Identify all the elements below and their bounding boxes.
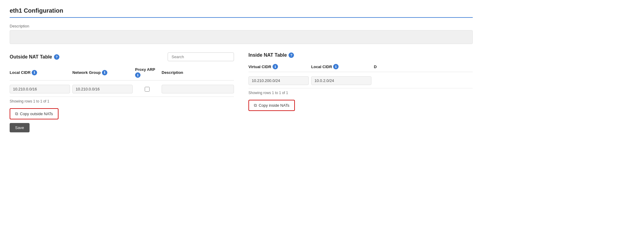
inside-nat-info-icon[interactable]: ? xyxy=(289,52,294,58)
outside-nat-proxy-arp-checkbox[interactable] xyxy=(145,87,150,92)
col-virtual-cidr: Virtual CIDR ℹ xyxy=(248,64,309,69)
table-row xyxy=(248,73,473,88)
col-proxy-arp: Proxy ARP ℹ xyxy=(135,67,159,78)
inside-nat-section: Inside NAT Table ? Virtual CIDR ℹ Local … xyxy=(248,52,473,132)
description-label: Description xyxy=(10,24,473,28)
inside-nat-rows-info: Showing rows 1 to 1 of 1 xyxy=(248,91,473,95)
outside-nat-section: Outside NAT Table ? Local CIDR ℹ Network… xyxy=(10,52,234,132)
outside-nat-info-icon[interactable]: ? xyxy=(54,54,59,60)
outside-nat-rows-info: Showing rows 1 to 1 of 1 xyxy=(10,99,234,103)
save-button[interactable]: Save xyxy=(10,123,30,132)
inside-nat-col-headers: Virtual CIDR ℹ Local CIDR ℹ D xyxy=(248,62,473,72)
col-inside-local-cidr: Local CIDR ℹ xyxy=(311,64,371,69)
inside-nat-local-cidr-input[interactable] xyxy=(311,76,371,85)
col-description: Description xyxy=(162,67,234,78)
col-local-cidr: Local CIDR ℹ xyxy=(10,67,70,78)
inside-nat-virtual-cidr-input[interactable] xyxy=(248,76,309,85)
inside-nat-title: Inside NAT Table ? xyxy=(248,52,294,58)
outside-nat-title: Outside NAT Table ? xyxy=(10,54,59,60)
outside-nat-local-cidr-input[interactable] xyxy=(10,85,70,93)
copy-outside-nats-icon: ⧉ xyxy=(15,111,18,116)
proxy-arp-info-icon[interactable]: ℹ xyxy=(135,72,140,78)
copy-inside-nats-button[interactable]: ⧉ Copy inside NATs xyxy=(248,100,295,111)
col-network-group: Network Group ℹ xyxy=(72,67,133,78)
outside-nat-col-headers: Local CIDR ℹ Network Group ℹ Proxy ARP ℹ… xyxy=(10,65,234,80)
description-input[interactable] xyxy=(10,30,473,44)
page-title: eth1 Configuration xyxy=(10,7,473,18)
outside-nat-proxy-arp-cell xyxy=(135,87,159,92)
inside-local-cidr-info-icon[interactable]: ℹ xyxy=(333,64,339,69)
virtual-cidr-info-icon[interactable]: ℹ xyxy=(273,64,278,69)
col-d: D xyxy=(374,64,383,69)
outside-nat-network-group-input[interactable] xyxy=(72,85,133,93)
outside-nat-search-input[interactable] xyxy=(168,52,234,61)
copy-outside-nats-button[interactable]: ⧉ Copy outside NATs xyxy=(10,108,58,119)
outside-nat-description-input[interactable] xyxy=(162,85,234,93)
local-cidr-info-icon[interactable]: ℹ xyxy=(32,70,37,75)
copy-inside-nats-icon: ⧉ xyxy=(254,103,257,108)
table-row xyxy=(10,82,234,97)
network-group-info-icon[interactable]: ℹ xyxy=(102,70,107,75)
